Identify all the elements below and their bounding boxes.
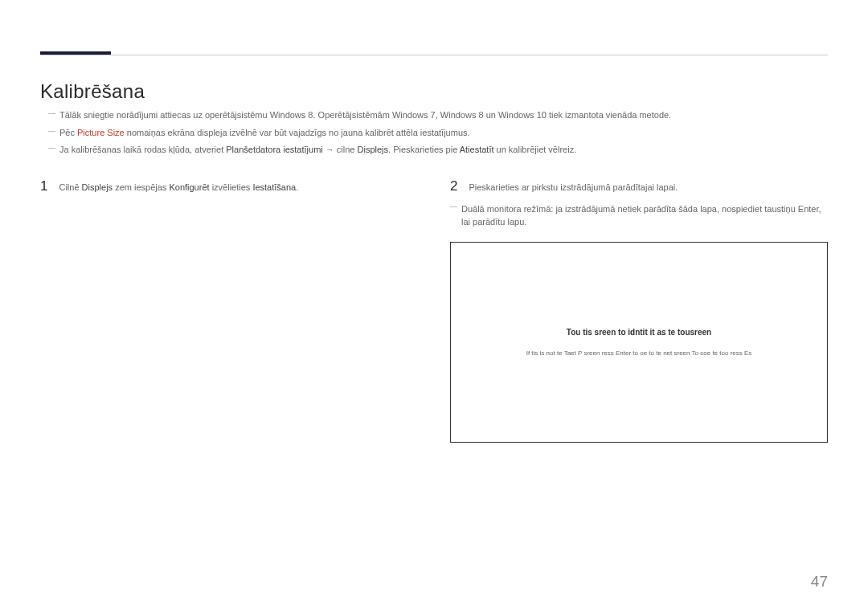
intro-3-pre: Ja kalibrēšanas laikā rodas kļūda, atver… <box>59 145 226 154</box>
column-right: 2 Pieskarieties ar pirkstu izstrādājumā … <box>450 179 828 443</box>
intro-3-b1: Planšetdatora iestatījumi <box>226 145 322 154</box>
step-2-number: 2 <box>450 179 457 194</box>
intro-3-post: un kalibrējiet vēlreiz. <box>494 145 577 154</box>
page-title: Kalibrēšana <box>40 80 145 103</box>
intro-list: Tālāk sniegtie norādījumi attiecas uz op… <box>48 108 820 161</box>
step1-pre: Cilnē <box>59 182 81 192</box>
page-number: 47 <box>811 573 828 591</box>
intro-item-1: Tālāk sniegtie norādījumi attiecas uz op… <box>48 108 820 123</box>
step-2-note: Duālā monitora režīmā: ja izstrādājumā n… <box>450 202 828 229</box>
intro-2-pre: Pēc <box>59 128 77 137</box>
intro-item-3: Ja kalibrēšanas laikā rodas kļūda, atver… <box>48 143 820 157</box>
header-divider <box>40 55 828 55</box>
intro-3-mid1: → cilne <box>323 145 358 154</box>
step-1-number: 1 <box>40 179 47 194</box>
step-2-text: Pieskarieties ar pirkstu izstrādājumā pa… <box>469 179 678 194</box>
intro-3-b3: Atiestatīt <box>460 145 494 154</box>
intro-2-post: nomaiņas ekrāna displeja izvēlnē var būt… <box>125 128 470 137</box>
touchscreen-prompt-box: Tou tis sreen to idntit it as te tousree… <box>450 242 828 443</box>
touchscreen-prompt-subtext: If tis is not te Taet P sreen ress Enter… <box>526 349 752 357</box>
step1-b2: Konfigurēt <box>169 182 209 192</box>
step1-mid2: izvēlieties <box>210 182 253 192</box>
step1-post: . <box>296 182 298 192</box>
header-accent <box>40 51 111 55</box>
intro-text-1: Tālāk sniegtie norādījumi attiecas uz op… <box>59 110 671 120</box>
step1-mid1: zem iespējas <box>113 182 169 192</box>
column-left: 1 Cilnē Displejs zem iespējas Konfigurēt… <box>40 179 418 443</box>
columns: 1 Cilnē Displejs zem iespējas Konfigurēt… <box>40 179 828 443</box>
step1-b3: Iestatīšana <box>252 182 296 192</box>
step1-b1: Displejs <box>82 182 113 192</box>
step-1-row: 1 Cilnē Displejs zem iespējas Konfigurēt… <box>40 179 418 194</box>
step-2-row: 2 Pieskarieties ar pirkstu izstrādājumā … <box>450 179 828 194</box>
intro-3-mid2: . Pieskarieties pie <box>388 145 460 154</box>
touchscreen-prompt-title: Tou tis sreen to idntit it as te tousree… <box>567 328 711 337</box>
intro-item-2: Pēc Picture Size nomaiņas ekrāna displej… <box>48 126 820 141</box>
step-1-text: Cilnē Displejs zem iespējas Konfigurēt i… <box>59 179 298 194</box>
picture-size-label: Picture Size <box>77 128 125 137</box>
intro-3-b2: Displejs <box>358 145 389 154</box>
